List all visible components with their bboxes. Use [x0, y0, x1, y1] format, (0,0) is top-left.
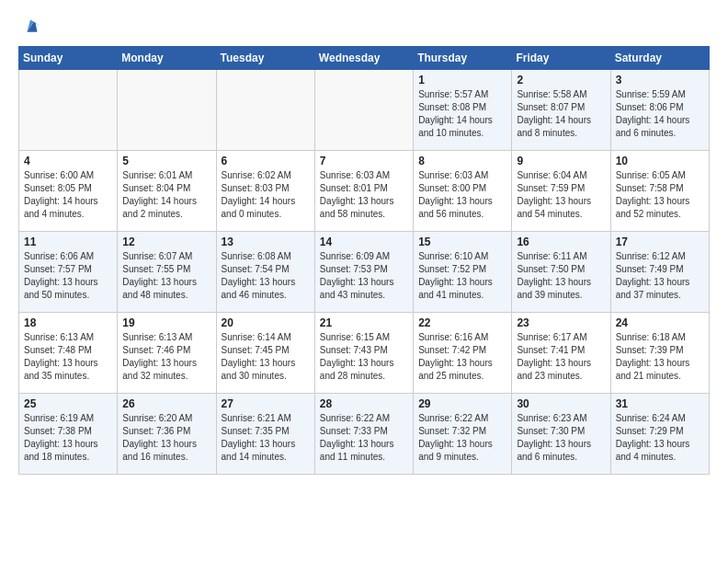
day-info: Sunrise: 6:07 AM Sunset: 7:55 PM Dayligh… [122, 250, 210, 302]
calendar-week-row: 1Sunrise: 5:57 AM Sunset: 8:08 PM Daylig… [19, 70, 710, 151]
day-info: Sunrise: 6:12 AM Sunset: 7:49 PM Dayligh… [616, 250, 704, 302]
day-number: 5 [122, 155, 210, 167]
day-number: 26 [122, 397, 210, 410]
weekday-header-monday: Monday [118, 47, 216, 70]
day-info: Sunrise: 6:22 AM Sunset: 7:33 PM Dayligh… [320, 412, 408, 464]
day-number: 10 [616, 155, 704, 167]
day-number: 17 [616, 236, 704, 248]
day-info: Sunrise: 6:02 AM Sunset: 8:03 PM Dayligh… [222, 169, 310, 221]
calendar-cell: 6Sunrise: 6:02 AM Sunset: 8:03 PM Daylig… [216, 151, 314, 232]
day-number: 15 [418, 236, 506, 248]
calendar-cell: 7Sunrise: 6:03 AM Sunset: 8:01 PM Daylig… [314, 151, 413, 232]
day-info: Sunrise: 6:13 AM Sunset: 7:46 PM Dayligh… [122, 331, 210, 383]
day-number: 31 [616, 397, 704, 410]
calendar-cell: 25Sunrise: 6:19 AM Sunset: 7:38 PM Dayli… [19, 394, 118, 475]
day-info: Sunrise: 6:17 AM Sunset: 7:41 PM Dayligh… [517, 331, 605, 383]
day-info: Sunrise: 5:57 AM Sunset: 8:08 PM Dayligh… [418, 88, 506, 140]
calendar-cell [19, 70, 118, 151]
day-number: 20 [222, 316, 310, 329]
day-number: 7 [320, 155, 408, 167]
weekday-header-friday: Friday [512, 47, 610, 70]
calendar-cell: 17Sunrise: 6:12 AM Sunset: 7:49 PM Dayli… [610, 232, 709, 313]
weekday-header-wednesday: Wednesday [314, 47, 413, 70]
day-info: Sunrise: 6:05 AM Sunset: 7:58 PM Dayligh… [616, 169, 704, 221]
day-info: Sunrise: 6:16 AM Sunset: 7:42 PM Dayligh… [418, 331, 506, 383]
day-info: Sunrise: 6:23 AM Sunset: 7:30 PM Dayligh… [517, 412, 605, 464]
day-number: 4 [24, 155, 112, 167]
day-number: 27 [222, 397, 310, 410]
day-info: Sunrise: 6:01 AM Sunset: 8:04 PM Dayligh… [122, 169, 210, 221]
day-number: 1 [418, 74, 506, 86]
day-info: Sunrise: 6:03 AM Sunset: 8:01 PM Dayligh… [320, 169, 408, 221]
calendar-cell: 13Sunrise: 6:08 AM Sunset: 7:54 PM Dayli… [216, 232, 314, 313]
calendar-cell: 18Sunrise: 6:13 AM Sunset: 7:48 PM Dayli… [19, 313, 118, 394]
calendar-table: SundayMondayTuesdayWednesdayThursdayFrid… [18, 46, 710, 475]
calendar-cell [216, 70, 314, 151]
day-number: 19 [122, 316, 210, 329]
calendar-cell: 2Sunrise: 5:58 AM Sunset: 8:07 PM Daylig… [512, 70, 610, 151]
calendar-cell: 9Sunrise: 6:04 AM Sunset: 7:59 PM Daylig… [512, 151, 610, 232]
day-info: Sunrise: 5:58 AM Sunset: 8:07 PM Dayligh… [517, 88, 605, 140]
day-info: Sunrise: 6:09 AM Sunset: 7:53 PM Dayligh… [320, 250, 408, 302]
day-number: 28 [320, 397, 408, 410]
day-info: Sunrise: 6:15 AM Sunset: 7:43 PM Dayligh… [320, 331, 408, 383]
day-number: 8 [418, 155, 506, 167]
weekday-header-sunday: Sunday [19, 47, 118, 70]
calendar-week-row: 11Sunrise: 6:06 AM Sunset: 7:57 PM Dayli… [19, 232, 710, 313]
calendar-cell: 19Sunrise: 6:13 AM Sunset: 7:46 PM Dayli… [118, 313, 216, 394]
calendar-cell: 3Sunrise: 5:59 AM Sunset: 8:06 PM Daylig… [610, 70, 709, 151]
calendar-cell: 24Sunrise: 6:18 AM Sunset: 7:39 PM Dayli… [610, 313, 709, 394]
calendar-cell [314, 70, 413, 151]
calendar-cell: 15Sunrise: 6:10 AM Sunset: 7:52 PM Dayli… [414, 232, 512, 313]
calendar-cell: 16Sunrise: 6:11 AM Sunset: 7:50 PM Dayli… [512, 232, 610, 313]
day-info: Sunrise: 6:04 AM Sunset: 7:59 PM Dayligh… [517, 169, 605, 221]
calendar-cell: 21Sunrise: 6:15 AM Sunset: 7:43 PM Dayli… [314, 313, 413, 394]
day-info: Sunrise: 6:13 AM Sunset: 7:48 PM Dayligh… [24, 331, 112, 383]
day-number: 13 [222, 236, 310, 248]
calendar-cell: 1Sunrise: 5:57 AM Sunset: 8:08 PM Daylig… [414, 70, 512, 151]
day-number: 2 [517, 74, 605, 86]
logo-icon [18, 15, 44, 40]
day-number: 22 [418, 316, 506, 329]
calendar-cell [118, 70, 216, 151]
calendar-cell: 11Sunrise: 6:06 AM Sunset: 7:57 PM Dayli… [19, 232, 118, 313]
day-info: Sunrise: 6:10 AM Sunset: 7:52 PM Dayligh… [418, 250, 506, 302]
weekday-header-row: SundayMondayTuesdayWednesdayThursdayFrid… [19, 47, 710, 70]
header [18, 15, 710, 40]
calendar-cell: 14Sunrise: 6:09 AM Sunset: 7:53 PM Dayli… [314, 232, 413, 313]
day-number: 14 [320, 236, 408, 248]
day-number: 30 [517, 397, 605, 410]
calendar-cell: 22Sunrise: 6:16 AM Sunset: 7:42 PM Dayli… [414, 313, 512, 394]
weekday-header-saturday: Saturday [610, 47, 709, 70]
day-info: Sunrise: 6:03 AM Sunset: 8:00 PM Dayligh… [418, 169, 506, 221]
day-number: 24 [616, 316, 704, 329]
day-number: 25 [24, 397, 112, 410]
day-info: Sunrise: 6:24 AM Sunset: 7:29 PM Dayligh… [616, 412, 704, 464]
calendar-cell: 26Sunrise: 6:20 AM Sunset: 7:36 PM Dayli… [118, 394, 216, 475]
calendar-cell: 20Sunrise: 6:14 AM Sunset: 7:45 PM Dayli… [216, 313, 314, 394]
day-number: 23 [517, 316, 605, 329]
day-number: 12 [122, 236, 210, 248]
calendar-cell: 23Sunrise: 6:17 AM Sunset: 7:41 PM Dayli… [512, 313, 610, 394]
day-info: Sunrise: 6:18 AM Sunset: 7:39 PM Dayligh… [616, 331, 704, 383]
day-info: Sunrise: 6:22 AM Sunset: 7:32 PM Dayligh… [418, 412, 506, 464]
day-number: 18 [24, 316, 112, 329]
calendar-cell: 4Sunrise: 6:00 AM Sunset: 8:05 PM Daylig… [19, 151, 118, 232]
day-number: 3 [616, 74, 704, 86]
calendar-week-row: 18Sunrise: 6:13 AM Sunset: 7:48 PM Dayli… [19, 313, 710, 394]
calendar-cell: 8Sunrise: 6:03 AM Sunset: 8:00 PM Daylig… [414, 151, 512, 232]
day-number: 11 [24, 236, 112, 248]
weekday-header-tuesday: Tuesday [216, 47, 314, 70]
day-number: 6 [222, 155, 310, 167]
calendar-week-row: 4Sunrise: 6:00 AM Sunset: 8:05 PM Daylig… [19, 151, 710, 232]
day-info: Sunrise: 6:21 AM Sunset: 7:35 PM Dayligh… [222, 412, 310, 464]
day-info: Sunrise: 6:14 AM Sunset: 7:45 PM Dayligh… [222, 331, 310, 383]
calendar-week-row: 25Sunrise: 6:19 AM Sunset: 7:38 PM Dayli… [19, 394, 710, 475]
day-info: Sunrise: 6:19 AM Sunset: 7:38 PM Dayligh… [24, 412, 112, 464]
calendar-cell: 28Sunrise: 6:22 AM Sunset: 7:33 PM Dayli… [314, 394, 413, 475]
day-info: Sunrise: 5:59 AM Sunset: 8:06 PM Dayligh… [616, 88, 704, 140]
day-info: Sunrise: 6:08 AM Sunset: 7:54 PM Dayligh… [222, 250, 310, 302]
calendar-cell: 5Sunrise: 6:01 AM Sunset: 8:04 PM Daylig… [118, 151, 216, 232]
day-number: 16 [517, 236, 605, 248]
calendar-cell: 31Sunrise: 6:24 AM Sunset: 7:29 PM Dayli… [610, 394, 709, 475]
